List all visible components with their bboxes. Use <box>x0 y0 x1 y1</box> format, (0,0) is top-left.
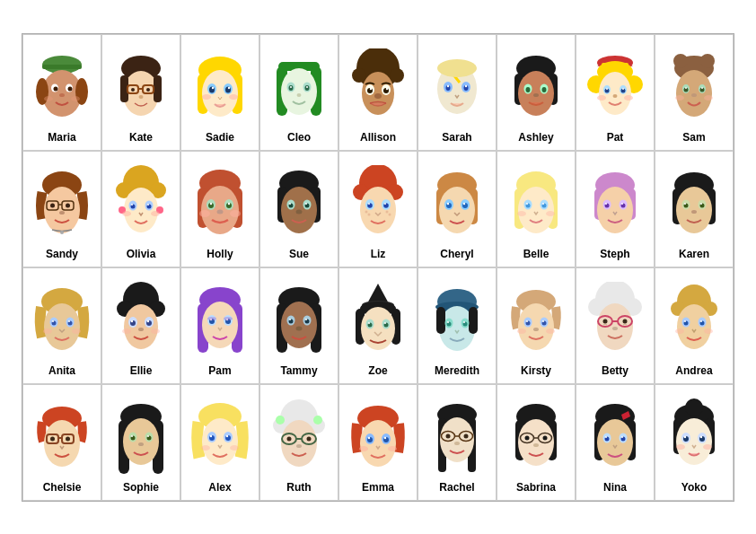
character-cell-nina[interactable]: Nina <box>576 384 655 501</box>
svg-point-251 <box>296 326 303 330</box>
character-face-rachel <box>424 395 491 480</box>
character-name-pat: Pat <box>607 132 624 144</box>
svg-point-204 <box>700 203 702 205</box>
svg-point-100 <box>675 95 684 101</box>
svg-rect-15 <box>154 75 162 102</box>
character-cell-kate[interactable]: Kate <box>101 34 180 151</box>
character-face-steph <box>582 162 649 247</box>
svg-point-38 <box>281 68 317 115</box>
character-name-meredith: Meredith <box>435 365 479 377</box>
character-cell-ruth[interactable]: Ruth <box>259 384 338 501</box>
svg-point-45 <box>297 93 302 97</box>
character-name-tammy: Tammy <box>280 365 317 377</box>
svg-point-249 <box>289 319 291 320</box>
character-cell-steph[interactable]: Steph <box>576 151 655 267</box>
character-cell-sophie[interactable]: Sophie <box>101 384 180 501</box>
svg-point-377 <box>533 443 539 447</box>
svg-point-193 <box>605 203 607 205</box>
character-cell-yoko[interactable]: Yoko <box>655 384 734 501</box>
svg-point-161 <box>386 210 389 213</box>
svg-point-263 <box>384 322 386 324</box>
svg-point-386 <box>605 436 607 438</box>
svg-point-107 <box>50 203 55 207</box>
svg-point-304 <box>684 320 686 322</box>
character-name-liz: Liz <box>371 249 386 260</box>
character-name-karen: Karen <box>679 249 709 260</box>
character-cell-betty[interactable]: Betty <box>576 267 655 384</box>
character-face-anita <box>29 278 96 363</box>
svg-point-356 <box>359 446 368 451</box>
svg-point-181 <box>526 203 528 205</box>
character-cell-zoe[interactable]: Zoe <box>338 267 418 384</box>
character-cell-sarah[interactable]: Sarah <box>418 34 497 151</box>
character-cell-meredith[interactable]: Meredith <box>418 267 497 384</box>
svg-point-274 <box>463 321 465 323</box>
character-cell-kirsty[interactable]: Kirsty <box>497 267 576 384</box>
character-face-ruth <box>266 395 333 480</box>
character-name-zoe: Zoe <box>368 365 387 377</box>
svg-point-239 <box>207 317 216 320</box>
svg-point-182 <box>542 203 544 205</box>
character-name-andrea: Andrea <box>675 365 712 377</box>
character-face-sarah <box>424 45 491 130</box>
character-cell-sue[interactable]: Sue <box>259 151 338 267</box>
svg-point-33 <box>202 94 211 100</box>
character-cell-cheryl[interactable]: Cheryl <box>418 151 497 267</box>
svg-point-262 <box>368 322 370 324</box>
character-name-sam: Sam <box>682 132 705 144</box>
svg-point-31 <box>212 87 214 89</box>
svg-point-398 <box>700 436 702 438</box>
character-cell-olivia[interactable]: Olivia <box>101 151 180 267</box>
character-face-meredith <box>424 278 491 363</box>
character-cell-tammy[interactable]: Tammy <box>259 267 338 384</box>
svg-point-381 <box>597 419 633 466</box>
character-cell-ellie[interactable]: Ellie <box>101 267 180 384</box>
svg-point-285 <box>546 328 555 334</box>
svg-point-71 <box>526 87 531 92</box>
svg-rect-267 <box>436 307 445 334</box>
character-cell-maria[interactable]: Maria <box>22 34 101 151</box>
svg-point-176 <box>518 187 554 233</box>
character-cell-holly[interactable]: Holly <box>180 151 259 267</box>
character-cell-chelsie[interactable]: Chelsie <box>22 384 101 501</box>
character-cell-sadie[interactable]: Sadie <box>180 34 259 151</box>
svg-point-136 <box>199 210 210 217</box>
character-face-allison <box>345 45 412 130</box>
svg-point-299 <box>677 304 711 349</box>
character-name-rachel: Rachel <box>439 482 474 494</box>
character-cell-allison[interactable]: Allison <box>338 34 418 151</box>
character-cell-pam[interactable]: Pam <box>180 267 259 384</box>
svg-point-314 <box>66 436 70 441</box>
character-cell-ashley[interactable]: Ashley <box>497 34 576 151</box>
character-cell-emma[interactable]: Emma <box>338 384 418 501</box>
character-cell-sabrina[interactable]: Sabrina <box>497 384 576 501</box>
svg-point-123 <box>122 211 131 216</box>
character-name-kate: Kate <box>129 132 153 144</box>
character-name-chelsie: Chelsie <box>43 482 82 494</box>
character-cell-sam[interactable]: Sam <box>655 34 734 151</box>
svg-point-365 <box>446 433 451 438</box>
character-cell-anita[interactable]: Anita <box>22 267 101 384</box>
svg-point-32 <box>228 87 230 89</box>
svg-point-34 <box>229 94 238 100</box>
character-cell-rachel[interactable]: Rachel <box>418 384 497 501</box>
svg-point-212 <box>52 320 54 322</box>
svg-point-147 <box>305 203 307 205</box>
character-cell-andrea[interactable]: Andrea <box>655 267 734 384</box>
character-cell-alex[interactable]: Alex <box>180 384 259 501</box>
svg-rect-268 <box>469 307 478 334</box>
character-cell-pat[interactable]: Pat <box>576 34 655 151</box>
svg-point-214 <box>43 328 52 334</box>
svg-point-346 <box>307 436 312 441</box>
character-cell-cleo[interactable]: Cleo <box>259 34 338 151</box>
character-cell-sandy[interactable]: Sandy <box>22 151 101 267</box>
character-face-nina <box>582 395 649 480</box>
character-face-sadie <box>187 45 254 130</box>
svg-point-20 <box>146 88 150 92</box>
character-cell-karen[interactable]: Karen <box>655 151 734 267</box>
svg-point-227 <box>122 328 131 334</box>
svg-point-183 <box>517 211 526 216</box>
character-face-pam <box>187 278 254 363</box>
character-cell-belle[interactable]: Belle <box>497 151 576 267</box>
character-cell-liz[interactable]: Liz <box>338 151 418 267</box>
